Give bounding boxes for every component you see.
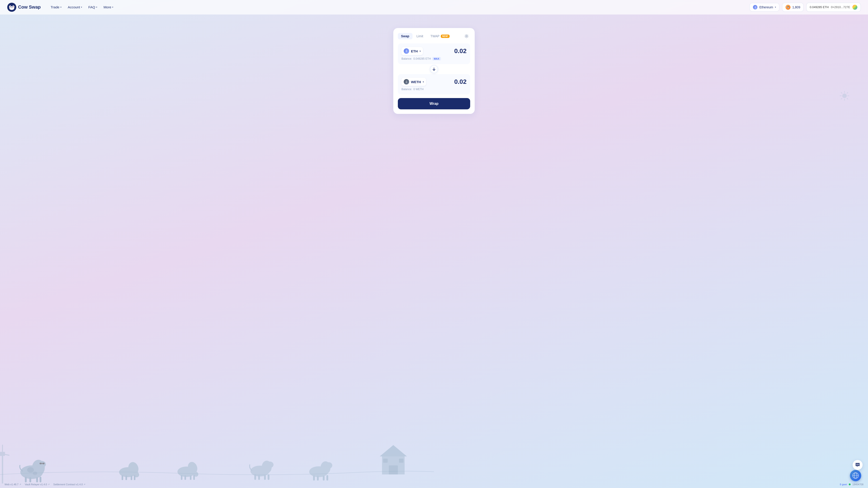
svg-rect-33 [181, 475, 182, 480]
external-link-icon: ↗ [48, 483, 50, 486]
svg-rect-48 [317, 476, 319, 481]
svg-rect-20 [39, 477, 41, 482]
settlement-contract-link[interactable]: Settlement Contract v1.4.0 ↗ [53, 483, 86, 486]
nav-links: Trade ▾ Account ▾ FAQ ▾ More ▾ [48, 3, 116, 11]
swap-arrow-container [398, 65, 470, 73]
chat-icon [855, 462, 860, 467]
svg-rect-15 [42, 463, 44, 464]
to-token-selector[interactable]: Ξ WETH ▾ [401, 78, 426, 86]
navbar-right: Ξ Ethereum ▾ 🐄 1,809 0.049285 ETH 0×2910… [749, 3, 861, 12]
svg-rect-56 [2, 454, 3, 484]
svg-rect-50 [327, 475, 328, 481]
svg-point-11 [20, 465, 43, 479]
background-scene [0, 443, 434, 484]
svg-point-22 [33, 471, 37, 475]
gas-status-dot [849, 484, 850, 485]
svg-point-21 [27, 467, 34, 473]
external-link-icon: ↗ [84, 483, 86, 486]
footer-left: Web v1.48.7 ↗ Vault Relayer v1.4.0 ↗ Set… [4, 483, 86, 486]
web-version-link[interactable]: Web v1.48.7 ↗ [4, 483, 21, 486]
max-button[interactable]: MAX [432, 57, 441, 61]
cow-balance-button[interactable]: 🐄 1,809 [782, 3, 804, 12]
logo-icon [7, 3, 16, 12]
weth-icon: Ξ [404, 79, 409, 85]
svg-point-76 [857, 464, 857, 465]
nav-item-more[interactable]: More ▾ [101, 3, 116, 11]
nav-item-trade[interactable]: Trade ▾ [48, 3, 64, 11]
chevron-down-icon: ▾ [81, 6, 82, 8]
svg-marker-51 [380, 445, 407, 456]
svg-rect-41 [258, 475, 260, 480]
svg-point-37 [250, 466, 270, 477]
swap-direction-button[interactable] [430, 65, 438, 73]
svg-point-7 [13, 6, 13, 7]
from-amount[interactable]: 0.02 [454, 47, 467, 55]
svg-rect-49 [323, 476, 324, 481]
svg-point-46 [325, 462, 332, 468]
gear-icon [465, 34, 469, 38]
wrap-button[interactable]: Wrap [398, 98, 470, 109]
navbar: Cow Swap Trade ▾ Account ▾ FAQ ▾ More ▾ … [0, 0, 868, 14]
from-token-row: Ξ ETH ▾ 0.02 [401, 47, 467, 55]
svg-rect-19 [36, 477, 38, 482]
new-badge: NEW! [441, 35, 450, 38]
svg-rect-36 [193, 475, 195, 480]
ethereum-icon: Ξ [753, 5, 757, 9]
wallet-avatar [852, 5, 857, 10]
svg-point-12 [32, 460, 45, 476]
wallet-button[interactable]: 0.049285 ETH 0×2910...727E [806, 3, 861, 12]
tab-swap[interactable]: Swap [398, 33, 412, 39]
svg-line-61 [0, 454, 2, 455]
svg-rect-26 [122, 475, 123, 480]
globe-decoration[interactable] [850, 470, 861, 481]
block-number: 18404708 [852, 483, 864, 486]
svg-rect-42 [264, 475, 266, 480]
swap-tabs: Swap Limit TWAP NEW! [398, 33, 470, 40]
tab-twap[interactable]: TWAP NEW! [427, 33, 453, 39]
to-token-box: Ξ WETH ▾ 0.02 Balance: 0 WETH [398, 74, 470, 94]
vault-relayer-link[interactable]: Vault Relayer v1.4.0 ↗ [25, 483, 50, 486]
svg-rect-29 [134, 475, 135, 480]
chevron-down-icon: ▾ [60, 6, 61, 8]
svg-rect-27 [125, 476, 127, 480]
svg-rect-54 [383, 459, 388, 463]
svg-point-9 [12, 7, 13, 8]
logo[interactable]: Cow Swap [7, 3, 41, 12]
svg-point-77 [857, 464, 858, 465]
svg-rect-55 [399, 459, 403, 463]
eth-icon: Ξ [404, 48, 409, 54]
svg-rect-43 [268, 475, 270, 480]
footer: Web v1.48.7 ↗ Vault Relayer v1.4.0 ↗ Set… [4, 483, 864, 486]
logo-text: Cow Swap [18, 4, 41, 10]
navbar-left: Cow Swap Trade ▾ Account ▾ FAQ ▾ More ▾ [7, 3, 116, 12]
svg-point-78 [858, 464, 859, 465]
from-token-selector[interactable]: Ξ ETH ▾ [401, 47, 423, 55]
svg-rect-14 [39, 463, 42, 464]
from-token-box: Ξ ETH ▾ 0.02 Balance: 0.049285 ETH MAX [398, 43, 470, 64]
settings-button[interactable] [463, 33, 470, 40]
svg-rect-53 [389, 465, 398, 475]
chat-button[interactable] [852, 460, 863, 470]
svg-point-31 [186, 461, 199, 475]
svg-point-25 [132, 470, 140, 479]
network-selector[interactable]: Ξ Ethereum ▾ [749, 3, 779, 11]
gas-price: 8 gwei [840, 483, 847, 486]
chevron-down-icon: ▾ [420, 50, 421, 53]
svg-point-24 [127, 461, 140, 476]
svg-point-6 [10, 6, 11, 7]
svg-rect-57 [0, 452, 5, 456]
external-link-icon: ↗ [20, 483, 21, 486]
svg-point-39 [266, 462, 274, 468]
svg-point-10 [466, 35, 467, 37]
svg-point-38 [262, 461, 272, 473]
to-token-row: Ξ WETH ▾ 0.02 [401, 78, 467, 86]
chevron-down-icon: ▾ [96, 6, 97, 8]
chevron-down-icon: ▾ [112, 6, 113, 8]
nav-item-account[interactable]: Account ▾ [65, 3, 85, 11]
chevron-down-icon: ▾ [423, 80, 424, 83]
svg-rect-35 [190, 475, 191, 480]
nav-item-faq[interactable]: FAQ ▾ [86, 3, 100, 11]
svg-rect-17 [25, 477, 27, 482]
tab-limit[interactable]: Limit [413, 33, 427, 39]
cow-token-icon: 🐄 [785, 5, 790, 10]
